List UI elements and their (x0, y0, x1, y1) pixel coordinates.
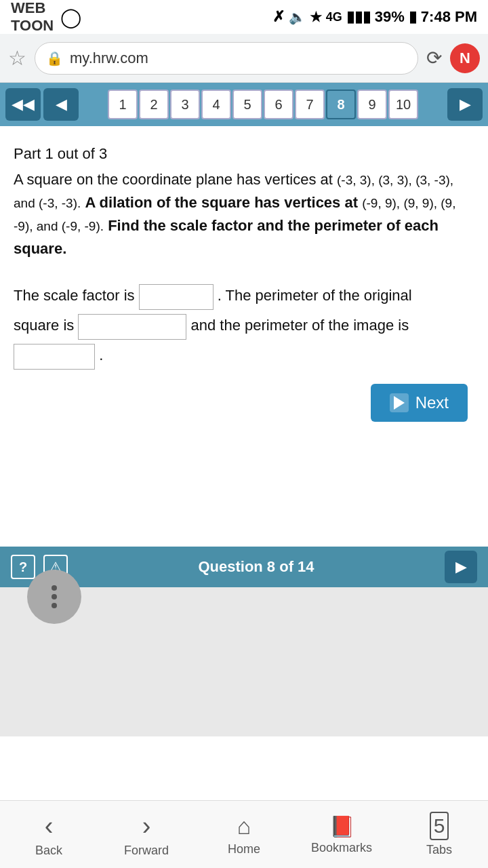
answer-label-2b: and the perimeter of the image is (191, 317, 409, 334)
answer-period: . (99, 347, 103, 363)
url-bar[interactable]: 🔒 my.hrw.com (35, 42, 418, 75)
reload-icon[interactable]: ⟳ (426, 47, 442, 69)
status-right: ✗ 🔈 ★ 4G ▮▮▮ 39% ▮ 7:48 PM (272, 8, 477, 26)
back-icon: ‹ (45, 812, 54, 841)
nav-back-label: Back (35, 844, 62, 858)
q-text-1: A square on the coordinate plane has ver… (14, 171, 333, 188)
scale-factor-input[interactable] (139, 284, 214, 310)
page-1[interactable]: 1 (108, 90, 138, 119)
bookmark-icon[interactable]: ☆ (8, 46, 26, 70)
page-10[interactable]: 10 (388, 90, 418, 119)
next-button[interactable]: Next (371, 384, 468, 422)
dot-3 (52, 603, 57, 608)
nav-bookmarks-label: Bookmarks (311, 841, 372, 855)
alarm-icon: ★ (310, 9, 322, 25)
nav-bar: ◀◀ ◀ 1 2 3 4 5 6 7 8 9 10 ▶ (0, 83, 488, 126)
bluetooth-icon: ✗ (272, 8, 285, 26)
bookmarks-icon: 📕 (329, 814, 354, 838)
bars-icon: ▮▮▮ (346, 8, 371, 26)
perimeter-original-input[interactable] (78, 314, 186, 340)
lock-icon: 🔒 (46, 50, 63, 66)
page-numbers: 1 2 3 4 5 6 7 8 9 10 (81, 90, 445, 119)
question-counter: Question 8 of 14 (198, 558, 314, 576)
url-text: my.hrw.com (70, 50, 148, 67)
next-button-row: Next (14, 384, 474, 422)
status-bar: WEBTOON ◯ ✗ 🔈 ★ 4G ▮▮▮ 39% ▮ 7:48 PM (0, 0, 488, 34)
page-7[interactable]: 7 (295, 90, 325, 119)
question-text: Part 1 out of 3 A square on the coordina… (14, 142, 474, 260)
forward-page-button[interactable]: ▶ (447, 88, 483, 121)
nav-bookmarks[interactable]: 📕 Bookmarks (293, 814, 390, 855)
back-page-button[interactable]: ◀ (43, 88, 79, 121)
browser-bar: ☆ 🔒 my.hrw.com ⟳ N (0, 34, 488, 83)
page-8[interactable]: 8 (326, 90, 356, 119)
answer-area: The scale factor is . The perimeter of t… (14, 281, 474, 370)
bottom-right-button[interactable]: ▶ (445, 551, 477, 583)
next-arrow-icon (390, 393, 409, 412)
rewind-button[interactable]: ◀◀ (5, 88, 41, 121)
help-button[interactable]: ? (11, 555, 35, 579)
page-9[interactable]: 9 (357, 90, 387, 119)
nav-tabs-label: Tabs (426, 843, 452, 857)
bottom-nav: ‹ Back › Forward ⌂ Home 📕 Bookmarks 5 Ta… (0, 800, 488, 868)
nav-forward[interactable]: › Forward (98, 812, 195, 858)
question-body: A square on the coordinate plane has ver… (14, 171, 455, 257)
mute-icon: 🔈 (289, 9, 306, 25)
answer-label-2a: square is (14, 317, 74, 334)
perimeter-image-input[interactable] (14, 344, 95, 370)
page-4[interactable]: 4 (201, 90, 231, 119)
part-label: Part 1 out of 3 (14, 142, 474, 165)
tabs-icon: 5 (430, 812, 449, 840)
home-icon: ⌂ (237, 813, 251, 840)
fab-dots-icon (52, 585, 57, 608)
page-5[interactable]: 5 (232, 90, 262, 119)
nav-forward-label: Forward (124, 844, 169, 858)
time: 7:48 PM (421, 8, 477, 26)
arrow-shape (394, 396, 405, 410)
answer-label-1a: The scale factor is (14, 287, 135, 304)
battery-icon: ▮ (409, 8, 417, 26)
nav-tabs[interactable]: 5 Tabs (390, 812, 488, 857)
dot-2 (52, 594, 57, 599)
nav-back[interactable]: ‹ Back (0, 812, 98, 858)
forward-icon: › (142, 812, 151, 841)
q-text-2: A dilation of the square has vertices at (85, 194, 358, 211)
battery-percent: 39% (375, 8, 405, 26)
page-6[interactable]: 6 (264, 90, 293, 119)
fab-button[interactable] (27, 570, 81, 624)
instagram-icon: ◯ (60, 6, 81, 28)
user-avatar[interactable]: N (450, 43, 480, 73)
dot-1 (52, 585, 57, 591)
nav-home-label: Home (228, 842, 260, 856)
nav-home[interactable]: ⌂ Home (195, 813, 293, 856)
page-2[interactable]: 2 (139, 90, 169, 119)
signal-icon: 4G (326, 10, 342, 24)
status-left: WEBTOON ◯ (11, 0, 81, 35)
answer-label-1b: . The perimeter of the original (218, 287, 412, 304)
next-label: Next (415, 393, 449, 412)
content-area: Part 1 out of 3 A square on the coordina… (0, 126, 488, 547)
webtoon-icon: WEBTOON (11, 0, 54, 35)
page-3[interactable]: 3 (170, 90, 200, 119)
